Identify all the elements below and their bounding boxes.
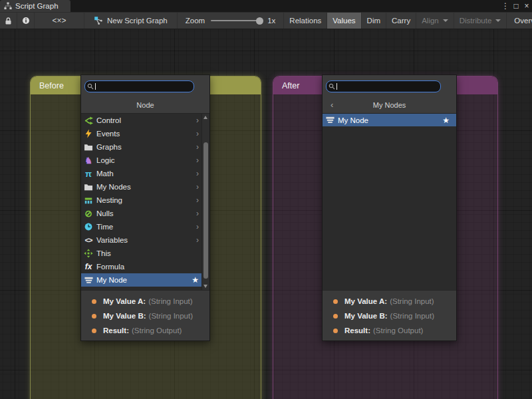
zoom-slider[interactable] [211,20,261,21]
list-item-events[interactable]: Events › [81,127,209,140]
tab-bar: Script Graph ⋮ □ × [0,0,532,12]
events-icon [83,128,94,139]
list-item-nulls[interactable]: ⊘ Nulls › [81,207,209,220]
text-caret [95,83,96,90]
list-item-math[interactable]: π Math › [81,167,209,180]
align-dropdown[interactable]: Align [416,13,454,29]
port-type: (String Input) [390,297,434,305]
scroll-down-icon[interactable] [203,285,207,288]
list-item-graphs[interactable]: Graphs › [81,140,209,154]
nulls-icon: ⊘ [83,208,94,219]
unit-icon [325,115,335,126]
overview-button[interactable]: Overview [507,13,532,29]
chevron-right-icon: › [196,116,199,125]
nesting-icon [83,195,94,205]
align-label: Align [422,17,439,25]
carry-label: Carry [392,17,410,25]
favorite-star-icon[interactable]: ★ [442,116,450,125]
search-input[interactable] [338,82,438,90]
zoom-slider-handle[interactable] [256,17,263,25]
port-row: My Value B: (String Input) [323,309,456,323]
search-icon [329,83,335,90]
lock-button[interactable] [0,13,17,29]
close-icon[interactable]: × [521,0,532,12]
search-box[interactable] [84,80,194,92]
time-icon [83,221,94,232]
values-label: Values [332,17,355,25]
zoom-label: Zoom [186,17,205,25]
list-item-my-node[interactable]: My Node ★ [81,273,209,287]
relations-button[interactable]: Relations [284,13,327,29]
logic-icon: ♞ [83,155,94,166]
distribute-label: Distribute [460,17,492,25]
info-button[interactable] [17,13,35,29]
chevron-right-icon: › [196,169,199,178]
values-button[interactable]: Values [327,13,361,29]
scroll-up-icon[interactable] [203,116,207,119]
info-icon [21,16,31,25]
port-type: (String Input) [149,312,193,320]
port-row: My Value B: (String Input) [81,309,209,323]
new-graph-label: New Script Graph [107,17,168,25]
maximize-icon[interactable]: □ [511,0,521,12]
tab-script-graph[interactable]: Script Graph [0,0,70,12]
list-item-logic[interactable]: ♞ Logic › [81,154,209,167]
group-before-title: Before [39,81,64,90]
carry-button[interactable]: Carry [386,13,416,29]
port-row: Result: (String Output) [81,323,209,338]
list-item-label: My Nodes [96,183,131,191]
list-item-label: My Node [338,116,368,124]
scrollbar[interactable] [201,114,209,290]
new-script-graph-button[interactable]: New Script Graph [84,13,178,29]
list-item-formula[interactable]: fx Formula [81,260,209,273]
back-button[interactable]: ‹ [331,98,333,112]
variables-icon: <> [83,235,94,245]
port-row: My Value A: (String Input) [81,294,209,309]
list-item-variables[interactable]: <> Variables › [81,233,209,247]
port-dot-icon [92,329,96,333]
graph-icon [4,2,12,10]
chevron-down-icon [495,19,501,22]
list-item-label: Time [96,223,113,231]
finder-list: Control › Events › Graphs › ♞ Logic › π … [81,113,209,290]
list-item-control[interactable]: Control › [81,114,209,127]
chevron-down-icon [443,19,448,22]
port-name: Result: [103,327,129,334]
search-box[interactable] [326,80,441,92]
list-item-this[interactable]: This [81,247,209,260]
list-item-label: Graphs [96,143,122,151]
formula-icon: fx [83,261,94,272]
list-item-my-nodes[interactable]: My Nodes › [81,180,209,194]
overview-label: Overview [514,17,532,25]
distribute-dropdown[interactable]: Distribute [454,13,507,29]
finder-top: Node [81,75,209,113]
favorite-star-icon[interactable]: ★ [192,275,199,285]
finder-category-header: Node [81,98,209,112]
port-type: (String Output) [373,327,423,334]
list-item-time[interactable]: Time › [81,220,209,233]
port-type: (String Input) [390,312,434,320]
chevron-right-icon: › [196,182,199,192]
list-item-label: This [96,249,111,257]
list-item-nesting[interactable]: Nesting › [81,194,209,207]
window-menu-icon[interactable]: ⋮ [500,0,511,12]
chevron-right-icon: › [196,209,199,218]
finder-list: My Node ★ [323,113,456,290]
port-type: (String Input) [148,297,192,305]
port-dot-icon [333,314,338,319]
fuzzy-finder-after: ‹ My Nodes My Node ★ My Value A: (String… [322,74,457,341]
search-icon [87,83,94,90]
port-name: Result: [344,327,370,334]
scrollbar-thumb[interactable] [203,142,208,279]
finder-top: ‹ My Nodes [323,75,456,113]
code-view-button[interactable]: <×> [35,13,84,29]
dim-button[interactable]: Dim [362,13,386,29]
port-row: Result: (String Output) [323,323,456,338]
list-item-label: Nesting [96,196,122,204]
folder-icon [83,182,94,192]
list-item-my-node[interactable]: My Node ★ [323,114,456,126]
search-input[interactable] [97,82,192,90]
list-item-label: Control [96,116,121,124]
chevron-right-icon: › [196,156,199,165]
folder-icon [83,142,94,152]
